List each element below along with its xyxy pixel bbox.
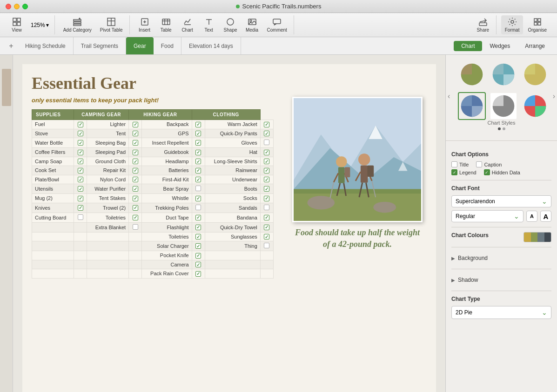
chart-style-4[interactable] bbox=[458, 92, 486, 120]
checkbox[interactable]: ✓ bbox=[78, 196, 83, 201]
hiking-item-check[interactable]: ✓ bbox=[192, 166, 205, 175]
camping-check-supply[interactable]: ✓ bbox=[74, 194, 87, 203]
checkbox[interactable] bbox=[133, 224, 138, 230]
checkbox[interactable]: ✓ bbox=[195, 262, 201, 267]
checkbox[interactable]: ✓ bbox=[78, 177, 83, 182]
styles-dot-2[interactable] bbox=[503, 127, 505, 130]
checkbox[interactable]: ✓ bbox=[264, 168, 269, 173]
organise-button[interactable]: Organise bbox=[524, 15, 550, 34]
hiking-item-check[interactable]: ✓ bbox=[192, 232, 205, 241]
checkbox[interactable]: ✓ bbox=[133, 177, 138, 182]
comment-button[interactable]: Comment bbox=[263, 15, 291, 34]
camping-check-supply[interactable] bbox=[74, 232, 87, 241]
zoom-control[interactable]: 125% ▾ bbox=[28, 20, 52, 30]
chart-button[interactable]: Chart bbox=[177, 15, 198, 34]
camping-check-supply[interactable]: ✓ bbox=[74, 157, 87, 166]
hiking-item-check[interactable]: ✓ bbox=[192, 269, 205, 279]
clothing-check[interactable] bbox=[260, 241, 273, 251]
chart-colours-swatch[interactable] bbox=[523, 232, 551, 242]
camping-item-check[interactable]: ✓ bbox=[129, 203, 142, 213]
checkbox[interactable] bbox=[195, 186, 201, 191]
close-button[interactable] bbox=[6, 4, 11, 9]
chart-style-1[interactable] bbox=[458, 60, 486, 88]
checkbox[interactable]: ✓ bbox=[133, 122, 138, 127]
checkbox[interactable]: ✓ bbox=[195, 150, 201, 155]
camping-check-supply[interactable] bbox=[74, 260, 87, 269]
media-button[interactable]: Media bbox=[242, 15, 262, 34]
styles-dot-1[interactable] bbox=[498, 127, 501, 130]
clothing-check[interactable]: ✓ bbox=[260, 166, 273, 175]
checkbox[interactable]: ✓ bbox=[195, 177, 201, 182]
clothing-check[interactable]: ✓ bbox=[260, 148, 273, 157]
window-controls[interactable] bbox=[6, 4, 28, 9]
clothing-check[interactable]: ✓ bbox=[260, 175, 273, 184]
camping-check-supply[interactable] bbox=[74, 269, 87, 279]
hiking-item-check[interactable]: ✓ bbox=[192, 129, 205, 138]
camping-check-supply[interactable] bbox=[74, 241, 87, 251]
camping-item-check[interactable] bbox=[129, 222, 142, 232]
hiking-item-check[interactable]: ✓ bbox=[192, 213, 205, 222]
caption-checkbox[interactable] bbox=[476, 161, 482, 167]
hidden-data-checkbox[interactable] bbox=[484, 169, 490, 175]
checkbox[interactable]: ✓ bbox=[78, 186, 83, 192]
checkbox[interactable]: ✓ bbox=[78, 205, 83, 211]
camping-check-supply[interactable]: ✓ bbox=[74, 138, 87, 148]
checkbox[interactable]: ✓ bbox=[78, 168, 83, 173]
checkbox[interactable] bbox=[264, 243, 269, 248]
font-size-small-btn[interactable]: A bbox=[526, 211, 537, 222]
hiking-item-check[interactable]: ✓ bbox=[192, 120, 205, 129]
camping-item-check[interactable]: ✓ bbox=[129, 175, 142, 184]
checkbox[interactable]: ✓ bbox=[264, 159, 269, 164]
text-button[interactable]: Text bbox=[199, 15, 219, 34]
clothing-check[interactable]: ✓ bbox=[260, 232, 273, 241]
checkbox[interactable]: ✓ bbox=[264, 196, 269, 201]
checkbox[interactable]: ✓ bbox=[195, 131, 201, 136]
hiking-item-check[interactable]: ✓ bbox=[192, 194, 205, 203]
font-style-select[interactable]: Regular ⌄ bbox=[451, 210, 523, 222]
camping-item-check[interactable] bbox=[129, 241, 142, 251]
camping-item-check[interactable]: ✓ bbox=[129, 129, 142, 138]
table-button[interactable]: Table bbox=[156, 15, 176, 34]
hiking-item-check[interactable]: ✓ bbox=[192, 138, 205, 148]
camping-item-check[interactable]: ✓ bbox=[129, 120, 142, 129]
clothing-check[interactable]: ✓ bbox=[260, 222, 273, 232]
camping-check-supply[interactable] bbox=[74, 251, 87, 260]
chart-tab-chart[interactable]: Chart bbox=[454, 41, 482, 51]
camping-item-check[interactable]: ✓ bbox=[129, 157, 142, 166]
hiking-item-check[interactable]: ✓ bbox=[192, 148, 205, 157]
hiking-item-check[interactable]: ✓ bbox=[192, 222, 205, 232]
camping-item-check[interactable]: ✓ bbox=[129, 138, 142, 148]
clothing-check[interactable] bbox=[260, 251, 273, 260]
checkbox[interactable]: ✓ bbox=[195, 271, 201, 277]
camping-check-supply[interactable]: ✓ bbox=[74, 166, 87, 175]
share-button[interactable]: Share bbox=[473, 15, 493, 34]
checkbox[interactable]: ✓ bbox=[195, 122, 201, 127]
checkbox[interactable]: ✓ bbox=[264, 186, 269, 192]
checkbox[interactable]: ✓ bbox=[133, 215, 138, 220]
sheet-tab-food[interactable]: Food bbox=[154, 37, 181, 54]
add-sheet-button[interactable]: + bbox=[5, 37, 18, 54]
sheet-tab-gear[interactable]: Gear bbox=[126, 37, 154, 54]
checkbox[interactable]: ✓ bbox=[133, 159, 138, 164]
chart-tab-arrange[interactable]: Arrange bbox=[517, 41, 552, 51]
camping-check-supply[interactable]: ✓ bbox=[74, 120, 87, 129]
camping-check-supply[interactable] bbox=[74, 213, 87, 222]
checkbox[interactable]: ✓ bbox=[133, 205, 138, 211]
shadow-header[interactable]: ▶ Shadow bbox=[451, 274, 551, 286]
fullscreen-button[interactable] bbox=[22, 4, 28, 9]
clothing-check[interactable] bbox=[260, 203, 273, 213]
title-checkbox[interactable] bbox=[451, 161, 457, 167]
checkbox[interactable]: ✓ bbox=[195, 168, 201, 173]
sheet-tab-hiking-schedule[interactable]: Hiking Schedule bbox=[18, 37, 74, 54]
checkbox[interactable]: ✓ bbox=[78, 150, 83, 155]
checkbox[interactable]: ✓ bbox=[264, 225, 269, 230]
camping-check-supply[interactable]: ✓ bbox=[74, 129, 87, 138]
camping-check-supply[interactable] bbox=[74, 222, 87, 232]
minimize-button[interactable] bbox=[14, 4, 20, 9]
checkbox[interactable]: ✓ bbox=[195, 196, 201, 201]
checkbox[interactable]: ✓ bbox=[195, 140, 201, 146]
camping-check-supply[interactable]: ✓ bbox=[74, 203, 87, 213]
chart-style-2[interactable] bbox=[490, 60, 517, 88]
checkbox[interactable]: ✓ bbox=[195, 243, 201, 249]
add-category-button[interactable]: Add Category bbox=[60, 15, 95, 34]
